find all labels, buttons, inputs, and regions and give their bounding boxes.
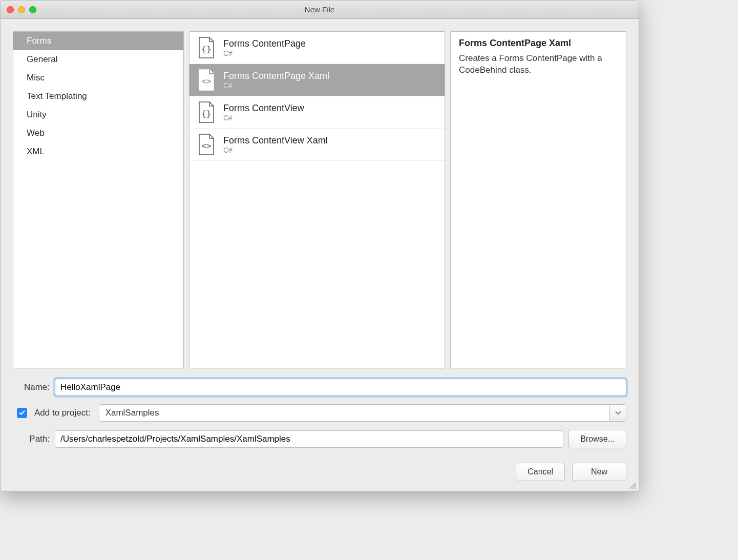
svg-text:{}: {} <box>201 44 211 54</box>
template-item[interactable]: {} Forms ContentView C# <box>189 96 445 129</box>
template-subtitle: C# <box>223 114 304 122</box>
category-list[interactable]: Forms General Misc Text Templating Unity… <box>13 31 184 368</box>
dialog-buttons: Cancel New <box>1 461 639 491</box>
template-item[interactable]: {} Forms ContentPage C# <box>189 32 445 64</box>
browse-button[interactable]: Browse... <box>568 430 626 448</box>
name-input[interactable] <box>55 379 626 396</box>
path-label: Path: <box>13 434 50 444</box>
chevron-down-icon[interactable] <box>609 405 626 421</box>
titlebar: New File <box>1 1 639 19</box>
template-title: Forms ContentView <box>223 103 304 114</box>
resize-grip-icon[interactable] <box>629 482 637 489</box>
project-select[interactable]: XamlSamples <box>99 404 626 422</box>
category-item-general[interactable]: General <box>13 50 183 69</box>
window-title: New File <box>1 5 639 14</box>
description-title: Forms ContentPage Xaml <box>459 38 618 49</box>
file-angles-icon: <> <box>197 69 216 91</box>
path-input[interactable] <box>55 430 563 448</box>
template-title: Forms ContentPage Xaml <box>223 71 329 81</box>
description-panel: Forms ContentPage Xaml Creates a Forms C… <box>450 31 626 368</box>
file-angles-icon: <> <box>197 134 216 155</box>
project-select-value: XamlSamples <box>99 405 609 421</box>
path-row: Path: Browse... <box>13 430 626 448</box>
category-item-xml[interactable]: XML <box>13 142 183 161</box>
form-rows: Name: Add to project: XamlSamples Path: <box>13 379 626 448</box>
template-title: Forms ContentPage <box>223 38 306 49</box>
template-subtitle: C# <box>223 146 328 154</box>
name-label: Name: <box>13 382 50 392</box>
content-area: Forms General Misc Text Templating Unity… <box>1 19 639 461</box>
file-braces-icon: {} <box>197 37 216 58</box>
category-item-misc[interactable]: Misc <box>13 69 183 87</box>
name-row: Name: <box>13 379 626 396</box>
panels: Forms General Misc Text Templating Unity… <box>13 31 626 368</box>
svg-text:{}: {} <box>201 109 211 118</box>
template-item[interactable]: <> Forms ContentPage Xaml C# <box>189 64 445 96</box>
category-item-forms[interactable]: Forms <box>13 32 183 50</box>
template-subtitle: C# <box>223 49 306 57</box>
add-to-project-row: Add to project: XamlSamples <box>13 404 626 422</box>
add-to-project-checkbox[interactable] <box>17 408 27 418</box>
description-body: Creates a Forms ContentPage with a CodeB… <box>459 53 618 76</box>
add-to-project-label: Add to project: <box>34 408 91 418</box>
svg-text:<>: <> <box>201 76 211 86</box>
template-subtitle: C# <box>223 81 329 90</box>
svg-text:<>: <> <box>201 141 211 151</box>
new-button[interactable]: New <box>572 463 626 481</box>
category-item-text-templating[interactable]: Text Templating <box>13 87 183 106</box>
template-item[interactable]: <> Forms ContentView Xaml C# <box>189 129 445 161</box>
category-item-unity[interactable]: Unity <box>13 106 183 124</box>
category-item-web[interactable]: Web <box>13 124 183 142</box>
template-title: Forms ContentView Xaml <box>223 135 328 146</box>
template-list[interactable]: {} Forms ContentPage C# <> Forms Content… <box>189 31 445 368</box>
cancel-button[interactable]: Cancel <box>516 463 565 481</box>
new-file-dialog: New File Forms General Misc Text Templat… <box>0 0 639 492</box>
file-braces-icon: {} <box>197 101 216 123</box>
